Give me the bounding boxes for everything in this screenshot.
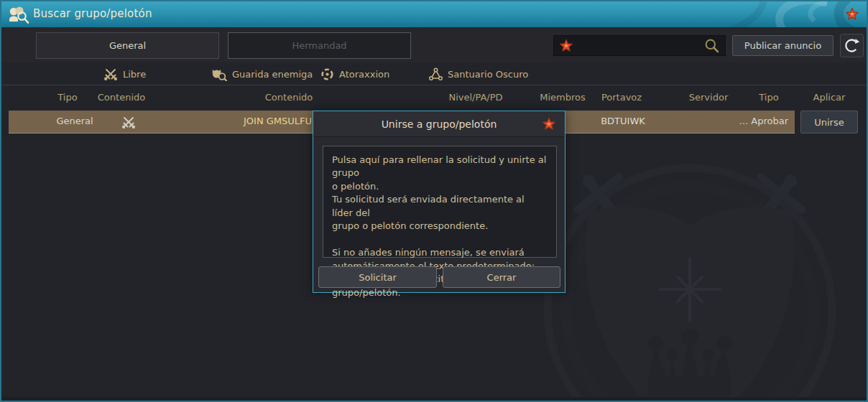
- row-approve-type: ... Aprobar: [739, 116, 788, 126]
- filter-libre[interactable]: Libre: [103, 66, 146, 82]
- search-box[interactable]: [553, 35, 726, 56]
- filter-guarida-enemiga[interactable]: Guarida enemiga: [211, 66, 313, 82]
- group-search-icon: [8, 5, 29, 24]
- filter-guarida-label: Guarida enemiga: [232, 69, 313, 80]
- filter-atoraxxion-label: Atoraxxion: [339, 69, 389, 80]
- wave-decoration: [687, 1, 867, 27]
- col-contenido: Contenido: [98, 92, 145, 103]
- col-servidor: Servidor: [689, 92, 728, 103]
- search-magnifier-icon[interactable]: [704, 38, 719, 53]
- row-content: JOIN GMSULFUR: [244, 116, 318, 126]
- tab-general[interactable]: General: [36, 32, 219, 59]
- filter-santuario-oscuro[interactable]: Santuario Oscuro: [429, 66, 528, 82]
- row-speaker: BDTUIWK: [601, 116, 645, 126]
- dialog-message-box[interactable]: Pulsa aquí para rellenar la solicitud y …: [323, 146, 557, 258]
- close-button[interactable]: Cerrar: [443, 266, 560, 288]
- join-group-dialog: Unirse a grupo/pelotón Pulsa aquí para r…: [313, 111, 565, 293]
- dialog-title-bar: Unirse a grupo/pelotón: [313, 111, 565, 137]
- request-button-label: Solicitar: [359, 272, 397, 283]
- publish-announcement-button[interactable]: Publicar anuncio: [732, 35, 834, 56]
- bottom-strip: [1, 397, 867, 401]
- col-aplicar: Aplicar: [813, 92, 846, 103]
- join-button-label: Unirse: [814, 117, 844, 128]
- close-button-label: Cerrar: [487, 272, 517, 283]
- tab-hermandad[interactable]: Hermandad: [228, 32, 411, 59]
- starfish-icon[interactable]: [846, 8, 859, 21]
- enemy-lair-icon: [211, 67, 227, 81]
- filter-libre-label: Libre: [123, 69, 146, 80]
- col-tipo: Tipo: [57, 92, 77, 103]
- window-title: Buscar grupo/pelotón: [33, 7, 152, 20]
- filter-santuario-label: Santuario Oscuro: [448, 69, 528, 80]
- group-finder-window: Buscar grupo/pelotón General Hermandad P…: [0, 0, 868, 402]
- dialog-title: Unirse a grupo/pelotón: [382, 118, 497, 130]
- col-tipo-2: Tipo: [759, 92, 778, 103]
- crossed-swords-icon: [103, 67, 118, 81]
- refresh-icon: [844, 37, 860, 54]
- title-bar: Buscar grupo/pelotón: [1, 1, 867, 27]
- tab-hermandad-label: Hermandad: [292, 40, 346, 51]
- col-miembros: Miembros: [540, 92, 586, 103]
- tab-general-label: General: [109, 40, 146, 51]
- filter-atoraxxion[interactable]: Atoraxxion: [320, 66, 389, 82]
- filter-bar: Libre Guarida enemiga Atoraxxion: [1, 62, 867, 85]
- col-contenido-2: Contenido: [265, 92, 313, 103]
- toolbar: General Hermandad Publicar anuncio: [1, 27, 867, 62]
- crossed-swords-icon: [121, 115, 136, 129]
- row-type: General: [56, 116, 93, 126]
- atoraxxion-icon: [320, 67, 334, 81]
- publish-announcement-label: Publicar anuncio: [744, 40, 821, 51]
- starfish-icon[interactable]: [542, 118, 555, 131]
- join-button[interactable]: Unirse: [800, 111, 858, 134]
- starfish-icon[interactable]: [560, 39, 573, 52]
- dark-sanctum-icon: [429, 67, 443, 81]
- search-input[interactable]: [577, 40, 700, 51]
- request-button[interactable]: Solicitar: [318, 266, 437, 288]
- col-nivel: Nivel/PA/PD: [448, 92, 502, 103]
- refresh-button[interactable]: [840, 34, 864, 57]
- col-portavoz: Portavoz: [601, 92, 642, 103]
